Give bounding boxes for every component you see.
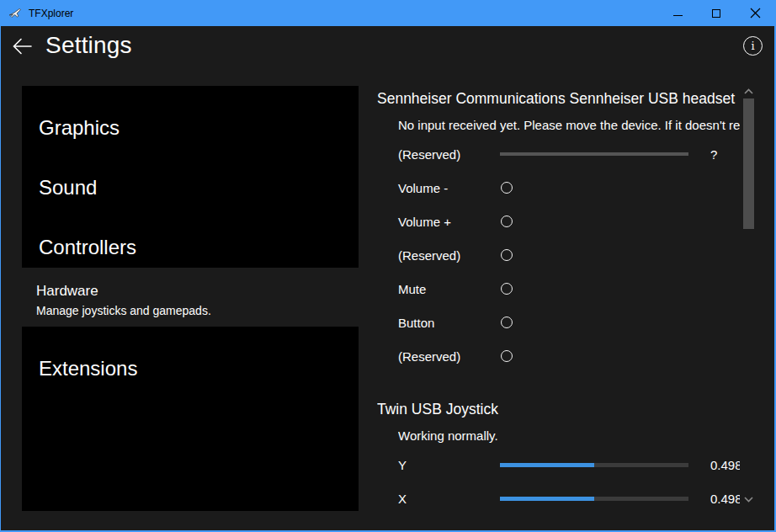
device-row: Mute — [377, 272, 740, 306]
sidebar-item-sound[interactable]: Sound — [22, 157, 359, 217]
sidebar-item-controllers[interactable]: Controllers — [22, 217, 359, 268]
back-button[interactable] — [11, 35, 33, 57]
close-button[interactable] — [736, 0, 774, 26]
device-name: Sennheiser Communications Sennheiser USB… — [377, 89, 740, 109]
hardware-description: Manage joysticks and gamepads. — [36, 303, 359, 319]
scroll-down-icon[interactable] — [744, 496, 753, 503]
row-control — [500, 182, 688, 194]
info-button[interactable]: i — [743, 36, 763, 56]
row-control — [500, 152, 688, 156]
row-label: (Reserved) — [398, 349, 500, 364]
sidebar-item-hardware[interactable]: Hardware Manage joysticks and gamepads. — [22, 268, 359, 327]
axis-slider-fill — [500, 497, 594, 501]
row-label: (Reserved) — [398, 147, 500, 162]
device-row: Volume + — [377, 205, 740, 238]
row-control — [500, 317, 688, 328]
button-state-indicator — [501, 283, 513, 295]
reserved-slider-track — [500, 152, 688, 156]
device-name: Twin USB Joystick — [377, 400, 740, 419]
row-control — [500, 215, 688, 227]
device-row: Volume - — [377, 171, 740, 205]
maximize-button[interactable] — [697, 0, 736, 26]
row-value: ? — [710, 147, 717, 162]
page-title: Settings — [45, 32, 132, 59]
device-row: X0.498 — [377, 481, 740, 515]
back-arrow-icon — [12, 37, 33, 56]
sidebar-item-extensions[interactable]: Extensions — [22, 338, 359, 398]
maximize-icon — [712, 9, 720, 18]
sidebar-item-graphics[interactable]: Graphics — [22, 98, 359, 157]
axis-slider-track — [500, 463, 688, 467]
row-control — [500, 497, 688, 501]
device-section: Twin USB JoystickWorking normally.Y0.498… — [377, 400, 740, 515]
device-panel: Sennheiser Communications Sennheiser USB… — [377, 83, 740, 515]
axis-slider-track — [500, 497, 688, 501]
plane-icon — [8, 8, 22, 19]
hardware-title: Hardware — [36, 282, 359, 301]
device-row: (Reserved) — [377, 238, 740, 272]
info-icon: i — [751, 40, 754, 51]
settings-nav: Graphics Sound Controllers Hardware Mana… — [22, 86, 359, 511]
titlebar[interactable]: TFXplorer — [1, 0, 774, 26]
axis-slider-fill — [500, 463, 594, 467]
row-control — [500, 350, 688, 362]
nav-group-main: Graphics Sound Controllers — [22, 86, 359, 268]
scrollbar-thumb[interactable] — [743, 98, 754, 229]
row-label: Y — [398, 458, 500, 472]
device-row: (Reserved)? — [377, 137, 740, 171]
minimize-icon — [673, 15, 683, 16]
device-row: (Reserved) — [377, 339, 740, 373]
close-icon — [750, 8, 761, 19]
window-title: TFXplorer — [29, 8, 73, 19]
device-status-text: No input received yet. Please move the d… — [398, 117, 740, 134]
button-state-indicator — [501, 317, 513, 328]
nav-group-extensions: Extensions — [22, 327, 359, 511]
device-section: Sennheiser Communications Sennheiser USB… — [377, 89, 740, 373]
row-control — [500, 283, 688, 295]
page-header: Settings i — [1, 26, 774, 66]
row-label: (Reserved) — [398, 248, 500, 263]
device-status-text: Working normally. — [398, 428, 740, 444]
button-state-indicator — [501, 215, 513, 227]
button-state-indicator — [501, 350, 513, 362]
row-label: Button — [398, 316, 500, 330]
row-label: Volume - — [398, 181, 500, 195]
device-row: Y0.498 — [377, 448, 740, 481]
row-control — [500, 463, 688, 467]
device-row: Button — [377, 306, 740, 339]
row-label: X — [398, 492, 500, 506]
row-value: 0.498 — [710, 458, 740, 472]
scrollbar[interactable] — [741, 83, 756, 514]
scroll-up-icon[interactable] — [744, 88, 753, 94]
row-label: Volume + — [398, 215, 500, 229]
window-controls — [658, 0, 774, 26]
row-label: Mute — [398, 282, 500, 296]
button-state-indicator — [501, 249, 513, 261]
minimize-button[interactable] — [658, 0, 697, 26]
app-window: TFXplorer Settings i — [0, 0, 776, 532]
row-control — [500, 249, 688, 261]
button-state-indicator — [501, 182, 513, 194]
row-value: 0.498 — [710, 492, 740, 506]
